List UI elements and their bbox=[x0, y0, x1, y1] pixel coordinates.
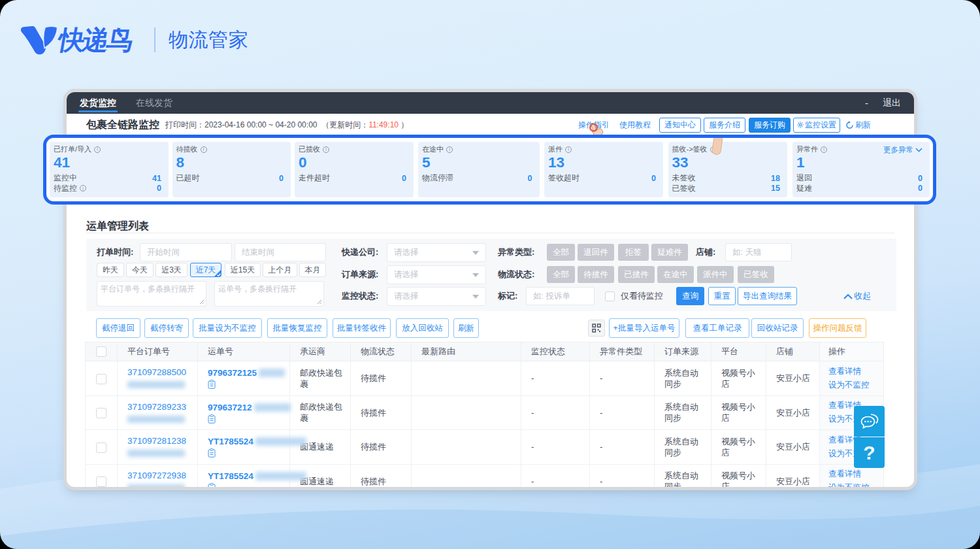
info-icon[interactable]: i bbox=[446, 146, 453, 153]
logistics-chip-pending[interactable]: 待揽件 bbox=[578, 266, 614, 283]
set-unmonitor-link[interactable]: 设为不监控 bbox=[828, 378, 879, 392]
monitor-setting-button[interactable]: 监控设置 bbox=[793, 118, 840, 133]
action-stop-forward[interactable]: 截停转寄 bbox=[144, 318, 189, 338]
order-number-link[interactable]: 371097272938 bbox=[127, 471, 193, 481]
quick-date-7days[interactable]: 近7天 bbox=[190, 263, 221, 277]
action-stop-return[interactable]: 截停退回 bbox=[96, 318, 140, 338]
select-all-checkbox[interactable] bbox=[96, 346, 106, 357]
window-minimize-button[interactable]: - bbox=[865, 97, 868, 108]
logistics-chip-intransit[interactable]: 在途中 bbox=[657, 266, 694, 283]
view-detail-link[interactable]: 查看详情 bbox=[828, 365, 879, 378]
row-checkbox[interactable] bbox=[96, 408, 106, 418]
service-order-button[interactable]: 服务订购 bbox=[749, 118, 791, 133]
monitor-status-select[interactable]: 请选择 bbox=[387, 287, 486, 306]
col-ops: 操作 bbox=[820, 342, 884, 361]
copy-icon[interactable] bbox=[208, 483, 216, 488]
refresh-button[interactable]: 刷新 bbox=[845, 120, 871, 131]
tab-shipping-monitor[interactable]: 发货监控 bbox=[78, 92, 118, 114]
action-recycle-records[interactable]: 回收站记录 bbox=[751, 318, 804, 338]
select-all-checkbox-cell[interactable] bbox=[86, 342, 118, 361]
row-checkbox-cell[interactable] bbox=[86, 361, 118, 396]
action-recycle[interactable]: 放入回收站 bbox=[396, 318, 449, 338]
copy-icon[interactable] bbox=[208, 448, 216, 458]
tracking-number[interactable]: 9796372125 bbox=[208, 368, 257, 378]
quick-date-3days[interactable]: 近3天 bbox=[155, 263, 188, 277]
filter-label-tag: 标记: bbox=[498, 287, 517, 305]
set-unmonitor-link[interactable]: 设为不监控 bbox=[828, 481, 879, 487]
copy-icon[interactable] bbox=[208, 414, 216, 424]
quick-date-15days[interactable]: 近15天 bbox=[225, 263, 261, 277]
order-number-link[interactable]: 371097288500 bbox=[127, 367, 193, 378]
collapse-link[interactable]: 收起 bbox=[843, 290, 871, 302]
logout-button[interactable]: 退出 bbox=[883, 97, 901, 109]
section-title: 运单管理列表 bbox=[86, 220, 149, 233]
grid-view-button[interactable] bbox=[588, 320, 605, 337]
end-time-input[interactable]: 结束时间 bbox=[235, 243, 326, 261]
status-cell: 待揽件 bbox=[351, 430, 412, 465]
notify-center-button[interactable]: 通知中心 bbox=[659, 118, 701, 133]
order-number-link[interactable]: 371097289233 bbox=[127, 402, 193, 412]
row-checkbox-cell[interactable] bbox=[86, 395, 118, 430]
tab-online-shipping[interactable]: 在线发货 bbox=[135, 92, 174, 114]
route-cell bbox=[412, 395, 521, 430]
quick-date-lastmonth[interactable]: 上个月 bbox=[263, 263, 297, 277]
row-checkbox-cell[interactable] bbox=[86, 430, 118, 465]
copy-icon[interactable] bbox=[208, 380, 216, 389]
action-batch-sign[interactable]: 批量转签收件 bbox=[333, 318, 391, 338]
order-numbers-textarea[interactable]: 平台订单号，多条换行隔开 bbox=[97, 281, 206, 307]
reset-button[interactable]: 重置 bbox=[708, 287, 736, 305]
tracking-numbers-textarea[interactable]: 运单号，多条换行隔开 bbox=[214, 281, 324, 307]
shop-input[interactable]: 如: 天猫 bbox=[725, 243, 792, 261]
row-checkbox[interactable] bbox=[96, 442, 106, 453]
quick-date-today[interactable]: 今天 bbox=[126, 263, 154, 277]
view-detail-link[interactable]: 查看详情 bbox=[828, 467, 879, 481]
abnormal-chip-all[interactable]: 全部 bbox=[547, 244, 575, 261]
action-refresh[interactable]: 刷新 bbox=[453, 318, 479, 338]
blurred-text bbox=[259, 369, 285, 377]
abnormal-chip-difficult[interactable]: 疑难件 bbox=[651, 244, 688, 261]
tracking-number[interactable]: YT1785524 bbox=[208, 437, 253, 446]
row-checkbox-cell[interactable] bbox=[86, 464, 118, 487]
only-monitor-checkbox[interactable] bbox=[605, 291, 615, 301]
filter-panel: 打单时间: 开始时间 结束时间 昨天 今天 近3天 近7天 近15天 上个月 本… bbox=[86, 239, 896, 311]
query-button[interactable]: 查询 bbox=[676, 287, 704, 305]
service-intro-button[interactable]: 服务介绍 bbox=[704, 118, 745, 133]
abnormal-chip-reject[interactable]: 拒签 bbox=[618, 244, 649, 261]
more-abnormal-link[interactable]: 更多异常 bbox=[883, 145, 923, 155]
row-checkbox[interactable] bbox=[96, 374, 106, 384]
tracking-number[interactable]: YT1785524 bbox=[208, 471, 253, 481]
export-button[interactable]: 导出查询结果 bbox=[738, 287, 797, 305]
table-row: 371097289233 979637212 邮政快递包裹 待揽件 - - 系统… bbox=[86, 395, 884, 430]
tag-input[interactable]: 如: 投诉单 bbox=[526, 287, 595, 305]
link-tutorial[interactable]: 使用教程 bbox=[619, 120, 651, 131]
tracking-number[interactable]: 979637212 bbox=[208, 403, 252, 412]
info-icon[interactable]: i bbox=[565, 146, 572, 153]
info-icon[interactable]: i bbox=[94, 146, 101, 153]
logistics-chip-all[interactable]: 全部 bbox=[547, 266, 575, 283]
start-time-input[interactable]: 开始时间 bbox=[140, 243, 232, 261]
express-select[interactable]: 请选择 bbox=[387, 243, 486, 262]
action-feedback[interactable]: 操作问题反馈 bbox=[809, 318, 866, 338]
abnormal-chip-return[interactable]: 退回件 bbox=[578, 244, 614, 261]
logistics-chip-collected[interactable]: 已揽件 bbox=[618, 266, 655, 283]
quick-date-thismonth[interactable]: 本月 bbox=[299, 263, 326, 277]
action-batch-import[interactable]: +批量导入运单号 bbox=[609, 318, 679, 338]
logistics-chip-delivering[interactable]: 派件中 bbox=[697, 266, 734, 283]
info-icon[interactable]: i bbox=[821, 146, 827, 153]
status-cell: 待揽件 bbox=[351, 464, 412, 487]
order-number-link[interactable]: 371097281238 bbox=[127, 436, 193, 446]
action-batch-unmonitor[interactable]: 批量设为不监控 bbox=[193, 318, 262, 338]
info-icon[interactable]: i bbox=[201, 146, 207, 153]
customer-service-button[interactable] bbox=[854, 406, 885, 437]
action-ticket-records[interactable]: 查看工单记录 bbox=[685, 318, 749, 338]
order-source-select[interactable]: 请选择 bbox=[387, 265, 486, 284]
logistics-chip-signed[interactable]: 已签收 bbox=[738, 266, 774, 283]
info-icon[interactable]: i bbox=[80, 185, 86, 191]
action-batch-restore[interactable]: 批量恢复监控 bbox=[267, 318, 327, 338]
carrier-cell: 邮政快递包裹 bbox=[290, 395, 351, 430]
filter-label-express: 快递公司: bbox=[342, 243, 378, 261]
help-button[interactable]: ? bbox=[854, 437, 885, 468]
quick-date-yesterday[interactable]: 昨天 bbox=[97, 263, 124, 277]
row-checkbox[interactable] bbox=[96, 476, 106, 487]
info-icon[interactable]: i bbox=[323, 146, 329, 153]
